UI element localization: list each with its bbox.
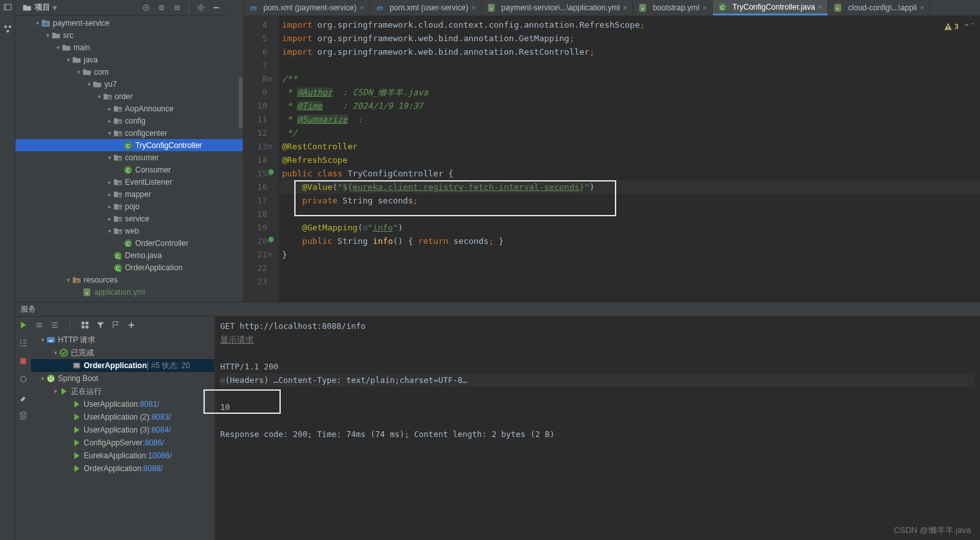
project-tree-item[interactable]: ▾com [15, 66, 243, 78]
code-line[interactable]: * @Summarize : [279, 113, 980, 126]
editor-tab[interactable]: ybootstrap.yml× [633, 0, 712, 15]
expand-all-icon[interactable] [50, 321, 59, 330]
project-tree-item[interactable]: CTryConfigController [15, 139, 243, 151]
project-tree-item[interactable]: ▾configcenter [15, 127, 243, 139]
services-tree-item[interactable]: UserApplication (3) :8084/ [31, 424, 214, 436]
project-label: 项目 [35, 2, 50, 13]
services-tree-item[interactable]: EurekaApplication :10086/ [31, 449, 214, 462]
project-tree-item[interactable]: ▾payment-service [15, 17, 243, 29]
flag-icon[interactable] [111, 321, 120, 330]
code-line[interactable]: @RestController [279, 140, 980, 153]
services-tree-item[interactable]: OrderApplication :8088/ [31, 462, 214, 475]
svg-text:m: m [377, 4, 383, 12]
svg-rect-1 [4, 5, 6, 10]
editor-tab[interactable]: mpom.xml (payment-service)× [243, 0, 370, 15]
editor-tab[interactable]: ypayment-service\...\application.yml× [482, 0, 634, 15]
code-line[interactable]: import org.springframework.cloud.context… [279, 18, 980, 32]
code-line[interactable]: @Value("${eureka.client.registry-fetch-i… [279, 180, 980, 194]
editor-tab[interactable]: ycloud-config\...\appli× [828, 0, 930, 15]
project-tree-item[interactable]: yapplication.yml [15, 286, 243, 298]
code-line[interactable]: @RefreshScope [279, 153, 980, 167]
code-line[interactable]: public String info() { return seconds; } [279, 234, 980, 248]
project-tree-item[interactable]: ▸config [15, 115, 243, 127]
project-tree-item[interactable]: COrderController [15, 237, 243, 249]
target-icon[interactable] [142, 3, 151, 12]
code-line[interactable]: import org.springframework.web.bind.anno… [279, 45, 980, 59]
code-line[interactable]: private String seconds; [279, 194, 980, 207]
project-tree-item[interactable]: ▸AopAnnounce [15, 102, 243, 115]
problems-badge[interactable]: 3 ^ˇ [944, 20, 975, 33]
code-line[interactable]: @GetMapping(☉"info") [279, 221, 980, 234]
code-line[interactable] [279, 59, 980, 72]
project-tree-item[interactable]: ▸service [15, 212, 243, 225]
filter-icon[interactable] [96, 321, 105, 330]
run-icon[interactable] [19, 321, 28, 330]
collapse-icon[interactable] [157, 3, 166, 12]
services-tree-item[interactable]: ▾Spring Boot [31, 372, 214, 385]
services-tree-item[interactable]: OrderApplication | #5 状态: 20 [31, 359, 214, 372]
services-tree-item[interactable]: ▾已完成 [31, 346, 214, 359]
close-icon[interactable]: × [818, 3, 822, 11]
project-tree-item[interactable]: ▾web [15, 225, 243, 237]
project-tree-item[interactable]: CConsumer [15, 163, 243, 176]
code-line[interactable] [279, 288, 980, 302]
project-tree-item[interactable]: CDemo.java [15, 249, 243, 261]
show-request-link[interactable]: 显示请求 [220, 335, 254, 344]
services-tree-item[interactable]: ConfigAppServer :8086/ [31, 436, 214, 449]
project-tool-icon[interactable] [3, 3, 12, 12]
project-tree-item[interactable]: ▸pojo [15, 200, 243, 212]
expand-icon[interactable] [173, 3, 182, 12]
code-line[interactable]: */ [279, 126, 980, 140]
code-line[interactable] [279, 275, 980, 288]
stop-icon[interactable] [19, 357, 28, 366]
editor-tab[interactable]: mpom.xml (user-service)× [370, 0, 481, 15]
svg-point-14 [118, 157, 121, 160]
services-tree-item[interactable]: ▾apiHTTP 请求 [31, 333, 214, 346]
editor-tab[interactable]: CTryConfigController.java× [713, 0, 829, 15]
svg-rect-47 [948, 25, 949, 28]
services-tree-item[interactable]: ▾正在运行 [31, 385, 214, 398]
collapse-all-icon[interactable] [35, 321, 44, 330]
grid-icon[interactable] [80, 321, 90, 330]
services-tree-item[interactable]: UserApplication :8081/ [31, 398, 214, 411]
close-icon[interactable]: × [920, 4, 924, 12]
wrench-icon[interactable] [19, 393, 28, 402]
code-line[interactable]: * @Time : 2024/1/9 19:37 [279, 99, 980, 113]
code-line[interactable]: import org.springframework.web.bind.anno… [279, 32, 980, 45]
code-line[interactable]: /** [279, 72, 980, 86]
layers-icon[interactable] [19, 411, 28, 420]
code-line[interactable] [279, 207, 980, 221]
project-tree-item[interactable]: ▾java [15, 53, 243, 66]
project-tree-item[interactable]: COrderApplication [15, 261, 243, 274]
project-tree-item[interactable]: ▾resources [15, 274, 243, 286]
services-tree-item[interactable]: UserApplication (2) :8083/ [31, 411, 214, 424]
project-tree-item[interactable]: ▾main [15, 41, 243, 53]
project-tree-item[interactable]: ▾order [15, 90, 243, 102]
close-icon[interactable]: × [702, 4, 706, 12]
project-tree-item[interactable]: ▾yu7 [15, 78, 243, 90]
project-tree-item[interactable]: ▸EventListener [15, 176, 243, 188]
close-icon[interactable]: × [471, 4, 475, 12]
close-icon[interactable]: × [623, 4, 627, 12]
svg-rect-60 [75, 366, 79, 367]
svg-point-20 [118, 218, 121, 221]
tree-icon[interactable] [19, 339, 28, 348]
code-line[interactable]: } [279, 248, 980, 261]
add-icon[interactable] [127, 321, 136, 330]
project-tree-item[interactable]: ▸mapper [15, 188, 243, 200]
hide-icon[interactable] [212, 3, 221, 12]
code-line[interactable]: public class TryConfigController { [279, 167, 980, 180]
code-line[interactable]: * @Author : CSDN_懒羊羊.java [279, 86, 980, 99]
debug-icon[interactable] [19, 375, 28, 384]
close-icon[interactable]: × [360, 4, 364, 12]
structure-tool-icon[interactable] [3, 24, 12, 33]
code-line[interactable] [279, 261, 980, 275]
code-editor[interactable]: ⊟ ⊟ ⊟ ⊟ ⊕ 456789101112131415161718192021… [243, 16, 980, 302]
scrollbar-thumb[interactable] [239, 77, 243, 129]
http-response-view[interactable]: GET http://localhost:8088/info 显示请求 HTTP… [215, 317, 980, 540]
svg-rect-2 [4, 26, 6, 28]
project-tree-item[interactable]: ▾src [15, 29, 243, 41]
gear-icon[interactable] [196, 3, 205, 12]
svg-rect-6 [42, 19, 45, 21]
project-tree-item[interactable]: ▾consumer [15, 151, 243, 163]
